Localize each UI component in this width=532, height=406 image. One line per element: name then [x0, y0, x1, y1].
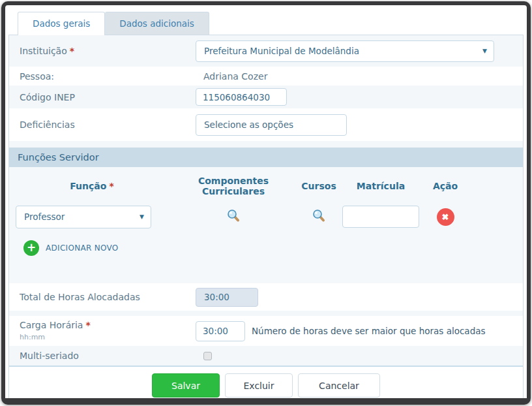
- delete-x-icon: ✖: [442, 212, 449, 222]
- search-icon: [226, 209, 241, 225]
- codigo-inep-row: Código INEP: [9, 86, 523, 108]
- carga-horaria-input[interactable]: [196, 321, 245, 341]
- multi-seriado-row: Multi-seriado: [9, 346, 523, 366]
- multi-seriado-checkbox[interactable]: [203, 352, 212, 360]
- pessoa-row: Pessoa: Adriana Cozer: [9, 67, 523, 86]
- cancelar-button[interactable]: Cancelar: [298, 373, 380, 398]
- form-content: Dados gerais Dados adicionais Instituiçã…: [5, 5, 527, 398]
- funcao-select[interactable]: Professor ▼: [16, 206, 151, 228]
- excluir-button[interactable]: Excluir: [225, 373, 293, 398]
- funcao-selected-value: Professor: [24, 211, 65, 222]
- matricula-input[interactable]: [342, 206, 419, 228]
- instituicao-select[interactable]: Prefeitura Municipal de Modelândia ▼: [196, 40, 494, 62]
- total-horas-label: Total de Horas Alocadadas: [9, 292, 196, 302]
- col-funcao: Função*: [16, 176, 168, 196]
- row-separator: [9, 141, 523, 148]
- total-horas-row: Total de Horas Alocadadas: [9, 283, 523, 311]
- required-asterisk: *: [70, 46, 74, 56]
- tab-dados-adicionais[interactable]: Dados adicionais: [105, 12, 209, 35]
- chevron-down-icon: ▼: [140, 214, 144, 220]
- delete-row-button[interactable]: ✖: [437, 208, 454, 226]
- tab-dados-gerais[interactable]: Dados gerais: [18, 12, 105, 35]
- deficiencias-placeholder: Selecione as opções: [204, 119, 293, 130]
- carga-horaria-row: Carga Horária* hh:mm Número de horas dev…: [9, 316, 523, 346]
- carga-horaria-label: Carga Horária* hh:mm: [9, 320, 196, 343]
- col-matricula: Matrícula: [339, 176, 422, 196]
- instituicao-label: Instituição*: [9, 46, 196, 56]
- codigo-inep-input[interactable]: [196, 88, 287, 106]
- instituicao-label-text: Instituição: [20, 46, 67, 56]
- funcoes-table: Função* Componentes Curriculares Cursos …: [9, 167, 523, 283]
- funcoes-table-row: Professor ▼: [9, 202, 523, 231]
- chevron-down-icon: ▼: [482, 48, 487, 54]
- window-frame: Dados gerais Dados adicionais Instituiçã…: [1, 1, 531, 405]
- total-horas-input: [196, 288, 258, 307]
- row-separator: [9, 311, 523, 316]
- funcoes-section-title: Funções Servidor: [18, 152, 99, 163]
- carga-horaria-warning: Número de horas deve ser maior que horas…: [252, 326, 486, 336]
- deficiencias-row: Deficiências Selecione as opções: [9, 108, 523, 141]
- search-icon: [312, 209, 326, 225]
- tabbar: Dados gerais Dados adicionais: [8, 12, 524, 35]
- carga-horaria-hint: hh:mm: [20, 333, 45, 341]
- form-panel: Instituição* Prefeitura Municipal de Mod…: [8, 35, 524, 405]
- carga-horaria-label-text: Carga Horária: [20, 320, 83, 330]
- col-componentes: Componentes Curriculares: [168, 176, 299, 196]
- required-asterisk: *: [85, 320, 90, 330]
- funcoes-section-header: Funções Servidor: [9, 148, 523, 167]
- action-buttons: Salvar Excluir Cancelar: [9, 367, 523, 405]
- deficiencias-multiselect[interactable]: Selecione as opções: [196, 114, 347, 136]
- required-asterisk: *: [109, 181, 113, 191]
- plus-icon: +: [23, 240, 39, 256]
- codigo-inep-label: Código INEP: [9, 92, 196, 102]
- componentes-search-button[interactable]: [226, 209, 241, 225]
- salvar-button[interactable]: Salvar: [152, 373, 220, 398]
- col-acao: Ação: [422, 176, 468, 196]
- cursos-search-button[interactable]: [312, 209, 326, 225]
- adicionar-novo-label: ADICIONAR NOVO: [46, 243, 119, 253]
- adicionar-novo-button[interactable]: + ADICIONAR NOVO: [23, 240, 523, 256]
- multi-seriado-label: Multi-seriado: [9, 351, 196, 361]
- instituicao-row: Instituição* Prefeitura Municipal de Mod…: [9, 35, 523, 67]
- pessoa-value: Adriana Cozer: [196, 71, 267, 82]
- pessoa-label: Pessoa:: [9, 71, 196, 82]
- funcoes-table-header: Função* Componentes Curriculares Cursos …: [9, 167, 523, 202]
- col-funcao-text: Função: [70, 181, 106, 191]
- col-cursos: Cursos: [299, 176, 339, 196]
- deficiencias-label: Deficiências: [9, 119, 196, 130]
- instituicao-selected-value: Prefeitura Municipal de Modelândia: [204, 46, 359, 56]
